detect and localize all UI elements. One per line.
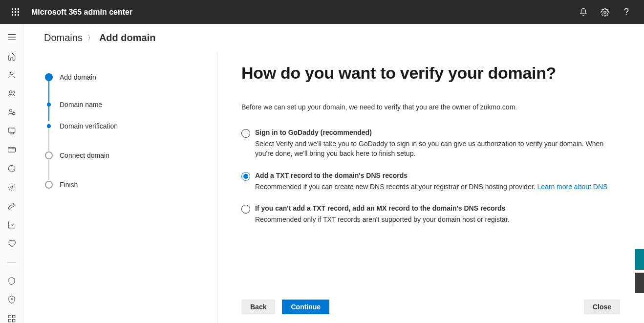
side-tabs xyxy=(635,249,644,296)
divider xyxy=(3,258,21,267)
svg-point-15 xyxy=(12,91,14,93)
user-icon[interactable] xyxy=(3,70,21,79)
radio-icon[interactable] xyxy=(241,129,250,138)
svg-rect-1 xyxy=(15,8,16,10)
roles-icon[interactable] xyxy=(3,108,21,117)
page-subcopy: Before we can set up your domain, we nee… xyxy=(241,103,644,111)
svg-rect-3 xyxy=(12,11,13,13)
step-domain-verification: Domain verification xyxy=(44,121,217,131)
health-icon[interactable] xyxy=(3,239,21,248)
compliance-icon[interactable] xyxy=(3,295,21,304)
wizard-stepper: Add domain Domain name Domain verificati… xyxy=(44,72,217,190)
option-title: If you can't add a TXT record, add an MX… xyxy=(255,204,509,212)
top-bar: Microsoft 365 admin center ? xyxy=(0,0,644,24)
step-add-domain: Add domain xyxy=(44,72,217,82)
breadcrumb-current: Add domain xyxy=(99,32,156,43)
option-desc: Recommended if you can create new DNS re… xyxy=(255,182,607,192)
svg-rect-4 xyxy=(15,11,16,13)
radio-icon[interactable] xyxy=(241,172,250,181)
option-desc: Recommended only if TXT records aren't s… xyxy=(255,215,509,224)
app-title: Microsoft 365 admin center xyxy=(31,8,132,17)
back-button[interactable]: Back xyxy=(241,300,275,314)
svg-rect-7 xyxy=(15,14,16,16)
svg-point-9 xyxy=(604,11,606,13)
option-title: Add a TXT record to the domain's DNS rec… xyxy=(255,172,607,179)
settings-icon[interactable] xyxy=(595,2,615,22)
menu-icon[interactable] xyxy=(3,33,21,42)
svg-rect-19 xyxy=(8,148,15,152)
svg-rect-2 xyxy=(18,8,19,10)
svg-rect-0 xyxy=(12,8,13,10)
reports-icon[interactable] xyxy=(3,220,21,229)
billing-icon[interactable] xyxy=(3,145,21,154)
assistant-tab[interactable] xyxy=(635,273,644,293)
security-icon[interactable] xyxy=(3,277,21,285)
svg-point-14 xyxy=(9,91,12,93)
groups-icon[interactable] xyxy=(3,89,21,98)
chevron-right-icon: 〉 xyxy=(87,34,94,43)
breadcrumb: Domains 〉 Add domain xyxy=(23,24,644,52)
svg-point-16 xyxy=(9,109,12,111)
close-button[interactable]: Close xyxy=(584,300,620,314)
feedback-tab[interactable] xyxy=(635,249,644,270)
step-connect-domain: Connect domain xyxy=(44,151,217,160)
home-icon[interactable] xyxy=(3,51,21,60)
left-nav xyxy=(0,24,23,323)
svg-point-24 xyxy=(11,299,12,300)
svg-rect-18 xyxy=(8,128,15,132)
option-godaddy[interactable]: Sign in to GoDaddy (recommended) Select … xyxy=(241,129,608,159)
app-launcher-icon[interactable] xyxy=(4,0,27,24)
help-icon[interactable]: ? xyxy=(617,2,636,22)
continue-button[interactable]: Continue xyxy=(282,300,329,314)
step-domain-name: Domain name xyxy=(44,100,217,109)
svg-rect-6 xyxy=(12,14,13,16)
wizard-footer: Back Continue Close xyxy=(241,293,644,323)
svg-rect-28 xyxy=(12,319,15,322)
notifications-icon[interactable] xyxy=(574,2,593,22)
option-mx-record[interactable]: If you can't add a TXT record, add an MX… xyxy=(241,204,608,224)
admin-icon[interactable] xyxy=(3,314,21,323)
settings-nav-icon[interactable] xyxy=(3,183,21,192)
setup-icon[interactable] xyxy=(3,201,21,210)
svg-point-22 xyxy=(10,186,13,189)
svg-rect-5 xyxy=(18,11,19,13)
option-title: Sign in to GoDaddy (recommended) xyxy=(255,129,608,136)
svg-rect-8 xyxy=(18,14,19,16)
svg-rect-27 xyxy=(8,319,11,322)
support-icon[interactable] xyxy=(3,164,21,173)
svg-point-13 xyxy=(10,72,13,75)
step-finish: Finish xyxy=(44,180,217,190)
devices-icon[interactable] xyxy=(3,127,21,135)
option-txt-record[interactable]: Add a TXT record to the domain's DNS rec… xyxy=(241,172,608,192)
option-desc: Select Verify and we'll take you to GoDa… xyxy=(255,139,608,159)
breadcrumb-parent[interactable]: Domains xyxy=(44,32,83,43)
radio-icon[interactable] xyxy=(241,205,250,214)
page-heading: How do you want to verify your domain? xyxy=(241,64,644,83)
svg-rect-25 xyxy=(8,315,11,318)
svg-rect-26 xyxy=(12,315,15,318)
learn-dns-link[interactable]: Learn more about DNS xyxy=(537,183,607,191)
verify-options: Sign in to GoDaddy (recommended) Select … xyxy=(241,129,608,224)
